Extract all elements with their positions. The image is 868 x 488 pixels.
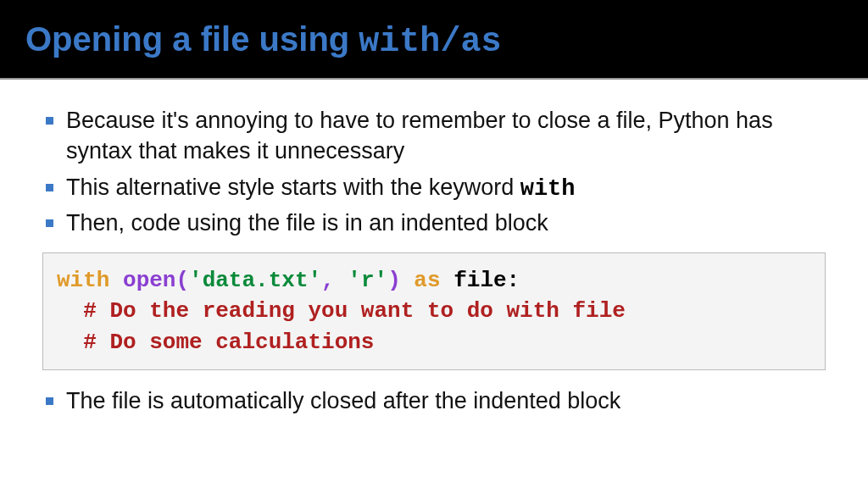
code-lparen: ( xyxy=(175,268,189,293)
code-comment-1: # Do the reading you want to do with fil… xyxy=(83,298,626,324)
bullet-list-bottom: The file is automatically closed after t… xyxy=(42,385,826,418)
slide-content: Because it's annoying to have to remembe… xyxy=(0,80,868,438)
code-string-arg1: 'data.txt' xyxy=(189,268,321,293)
list-item: Then, code using the file is in an inden… xyxy=(42,208,826,240)
title-text: Opening a file using xyxy=(25,20,359,58)
bullet-text: This alternative style starts with the k… xyxy=(66,175,520,200)
code-comma: , xyxy=(321,268,335,293)
list-item: Because it's annoying to have to remembe… xyxy=(42,105,826,169)
code-var: file: xyxy=(453,268,520,293)
list-item: The file is automatically closed after t… xyxy=(42,385,826,418)
code-func-open: open xyxy=(123,268,175,293)
title-mono: with/as xyxy=(359,23,501,61)
bullet-list-top: Because it's annoying to have to remembe… xyxy=(42,105,826,241)
bullet-text: Then, code using the file is in an inden… xyxy=(66,210,548,236)
bullet-text: Because it's annoying to have to remembe… xyxy=(66,108,773,164)
bullet-text: The file is automatically closed after t… xyxy=(66,388,620,413)
code-keyword-as: as xyxy=(414,268,440,293)
list-item: This alternative style starts with the k… xyxy=(42,172,826,204)
code-keyword-with: with xyxy=(57,268,109,293)
code-rparen: ) xyxy=(387,268,401,293)
code-string-arg2: 'r' xyxy=(348,268,387,293)
slide-title: Opening a file using with/as xyxy=(25,20,843,61)
code-block: with open('data.txt', 'r') as file: # Do… xyxy=(42,252,826,370)
bullet-mono: with xyxy=(520,176,576,202)
slide-header: Opening a file using with/as xyxy=(0,0,868,80)
code-comment-2: # Do some calculations xyxy=(83,330,374,355)
